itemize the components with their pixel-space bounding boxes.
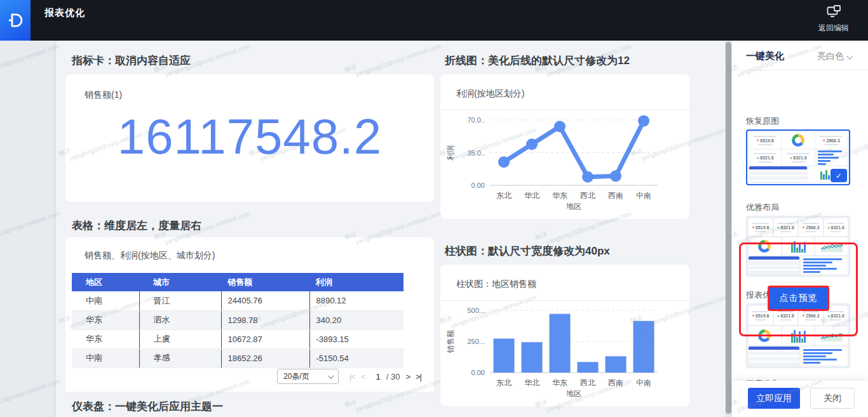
monitor-return-icon bbox=[826, 5, 841, 18]
mini-kpi-card: ▼6519.8 bbox=[749, 218, 773, 236]
total-pages: / 30 bbox=[386, 372, 400, 381]
svg-text:70.0..: 70.0.. bbox=[467, 116, 485, 124]
table-card: 销售额、利润(按地区、城市划分) 地区城市销售额利润 中南晋江24405.768… bbox=[65, 237, 434, 392]
mini-area-chart bbox=[815, 237, 848, 255]
svg-text:250...: 250... bbox=[467, 338, 485, 345]
app-window: 报表优化 返回编辑 指标卡：取消内容自适应 销售额(1) 16117548.2 … bbox=[0, 0, 868, 417]
mini-table bbox=[749, 166, 807, 182]
mini-bar-chart bbox=[782, 237, 815, 255]
table-cell: -3893.15 bbox=[309, 329, 403, 348]
mini-kpi-card: ▲8321.6 bbox=[774, 218, 798, 236]
svg-text:华东: 华东 bbox=[552, 191, 567, 200]
preview-button[interactable]: 点击预览 bbox=[768, 286, 829, 311]
back-to-edit-button[interactable]: 返回编辑 bbox=[815, 5, 853, 34]
trend-down-icon: ▼ bbox=[756, 139, 759, 142]
table-header-row: 地区城市销售额利润 bbox=[72, 273, 403, 291]
chevron-down-icon bbox=[846, 53, 853, 59]
table-row[interactable]: 华东泗水1298.78340.20 bbox=[72, 310, 403, 329]
theme-option-restore[interactable]: ▼6519.8▼2866.3▲8321.6▲8321.6✓ bbox=[746, 129, 850, 185]
table-cell: 1298.78 bbox=[221, 310, 309, 329]
svg-text:0.00: 0.00 bbox=[471, 369, 485, 376]
donut-icon bbox=[758, 329, 771, 342]
svg-text:西南: 西南 bbox=[608, 378, 623, 387]
beautify-sidebar: 一键美化 亮白色 恢复原图▼6519.8▼2866.3▲8321.6▲8321.… bbox=[732, 41, 868, 417]
table-cell: 华东 bbox=[72, 310, 139, 329]
kpi-value: 16117548.2 bbox=[65, 102, 434, 171]
svg-text:销售额: 销售额 bbox=[446, 330, 455, 354]
watermark: 杨冰yangbing03@corp.netease.com bbox=[0, 41, 60, 82]
table-cell: 10672.87 bbox=[221, 329, 309, 348]
table-cell: 18652.26 bbox=[221, 348, 309, 367]
gauge-section-header: 仪表盘：一键美化后应用主题一 bbox=[72, 399, 223, 414]
sidebar-title: 一键美化 bbox=[746, 50, 784, 62]
prev-page-button[interactable]: < bbox=[361, 372, 365, 381]
mini-donut-chart bbox=[749, 326, 781, 345]
svg-text:地区: 地区 bbox=[566, 202, 581, 211]
line-chart: 0.0035.0..70.0..东北华北华东西北西南中南地区利润 bbox=[444, 111, 683, 215]
table-cell: 24405.76 bbox=[221, 291, 309, 310]
svg-text:华东: 华东 bbox=[552, 378, 567, 387]
line-chart-title: 利润(按地区划分) bbox=[456, 88, 524, 100]
trend-up-icon: ▲ bbox=[777, 226, 780, 229]
app-logo[interactable] bbox=[0, 0, 31, 41]
table-cell: 华东 bbox=[72, 329, 139, 348]
bar-chart-card: 柱状图：地区销售额 0.00250...500...东北华北华东西北西南中南地区… bbox=[440, 265, 689, 406]
table-cell: 上虞 bbox=[139, 329, 221, 348]
trend-up-icon: ▲ bbox=[789, 156, 792, 159]
column-header: 城市 bbox=[139, 273, 221, 291]
trend-up-icon: ▲ bbox=[756, 156, 759, 159]
bar-chart: 0.00250...500...东北华北华东西北西南中南地区销售额 bbox=[444, 301, 683, 402]
next-page-button[interactable]: > bbox=[405, 372, 410, 381]
divider bbox=[440, 300, 689, 301]
table-cell: 中南 bbox=[72, 291, 139, 310]
column-header: 地区 bbox=[72, 273, 139, 291]
close-button[interactable]: 关闭 bbox=[810, 388, 855, 409]
topbar: 报表优化 返回编辑 bbox=[0, 0, 868, 41]
logo-d-icon bbox=[6, 11, 25, 30]
page-size-select[interactable]: 20条/页 bbox=[277, 369, 339, 384]
trend-up-icon: ▲ bbox=[827, 226, 831, 229]
table-row[interactable]: 华东上虞10672.87-3893.15 bbox=[72, 329, 403, 348]
mini-table bbox=[749, 347, 799, 366]
theme-option-elegant[interactable]: ▼6519.8▲8321.6▼2566.3▲8321.6 bbox=[746, 216, 850, 277]
trend-down-icon: ▼ bbox=[752, 226, 755, 229]
mini-kpi-card: ▼2866.3 bbox=[815, 133, 847, 149]
main-scrollbar[interactable] bbox=[725, 41, 732, 417]
mini-bar-chart bbox=[782, 326, 815, 345]
donut-icon bbox=[792, 134, 804, 147]
main-scrollbar-thumb[interactable] bbox=[726, 42, 731, 414]
mini-donut-chart bbox=[782, 133, 814, 149]
mini-hbar-chart bbox=[815, 150, 847, 166]
table-row[interactable]: 中南晋江24405.768890.12 bbox=[72, 291, 403, 310]
page-size-value: 20条/页 bbox=[283, 371, 309, 382]
page-title: 报表优化 bbox=[44, 7, 85, 19]
line-chart-card: 利润(按地区划分) 0.0035.0..70.0..东北华北华东西北西南中南地区… bbox=[440, 74, 689, 219]
svg-text:0.00: 0.00 bbox=[471, 182, 485, 189]
svg-text:华北: 华北 bbox=[524, 378, 539, 387]
mini-hbar-chart bbox=[801, 256, 848, 274]
line-section-header: 折线图：美化后线的默认尺寸修改为12 bbox=[445, 53, 630, 68]
svg-text:利润: 利润 bbox=[446, 145, 455, 161]
table-section-header: 表格：维度居左，度量居右 bbox=[72, 218, 201, 233]
kpi-card: 销售额(1) 16117548.2 bbox=[65, 74, 434, 202]
apply-button[interactable]: 立即应用 bbox=[748, 388, 800, 409]
theme-select[interactable]: 亮白色 bbox=[817, 51, 851, 62]
watermark: 杨冰yangbing03@corp.netease.com bbox=[0, 201, 60, 249]
mini-kpi-card: ▲8321.6 bbox=[824, 218, 848, 236]
mini-donut-chart bbox=[749, 237, 781, 255]
last-page-button[interactable]: >| bbox=[416, 372, 421, 381]
first-page-button[interactable]: |< bbox=[349, 372, 355, 381]
theme-option-report[interactable]: ▼6519.8▲8321.6▼2566.3▲8321.6 bbox=[746, 303, 850, 368]
trend-down-icon: ▼ bbox=[822, 139, 825, 142]
table-cell: 中南 bbox=[72, 348, 139, 367]
kpi-card-title: 销售额(1) bbox=[85, 89, 122, 101]
bar-chart-title: 柱状图：地区销售额 bbox=[456, 279, 536, 290]
svg-text:西北: 西北 bbox=[580, 191, 595, 200]
svg-text:东北: 东北 bbox=[496, 378, 512, 387]
divider bbox=[440, 110, 689, 110]
svg-text:中南: 中南 bbox=[636, 191, 651, 200]
mini-table bbox=[749, 256, 799, 274]
table-cell: -5150.54 bbox=[309, 348, 403, 367]
table-row[interactable]: 中南孝感18652.26-5150.54 bbox=[72, 348, 403, 367]
divider bbox=[732, 70, 868, 70]
